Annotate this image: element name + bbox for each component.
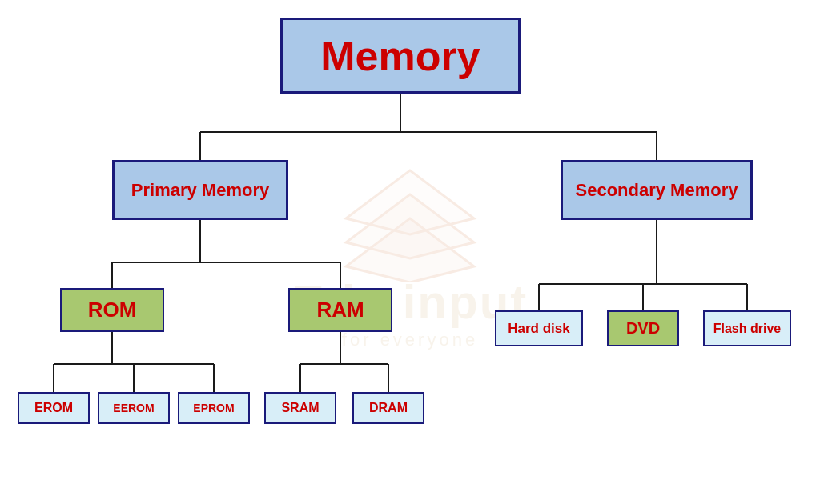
sram-node: SRAM bbox=[264, 392, 336, 424]
rom-label: ROM bbox=[88, 298, 137, 322]
sram-label: SRAM bbox=[281, 401, 319, 415]
memory-node: Memory bbox=[280, 18, 521, 94]
hard-disk-label: Hard disk bbox=[508, 321, 569, 337]
flash-drive-label: Flash drive bbox=[713, 322, 781, 336]
hard-disk-node: Hard disk bbox=[495, 310, 583, 346]
ram-node: RAM bbox=[288, 288, 392, 332]
dram-node: DRAM bbox=[352, 392, 424, 424]
dvd-label: DVD bbox=[626, 319, 660, 338]
memory-label: Memory bbox=[320, 32, 480, 80]
ram-label: RAM bbox=[316, 298, 364, 322]
dvd-node: DVD bbox=[607, 310, 679, 346]
erom-node: EROM bbox=[18, 392, 90, 424]
primary-label: Primary Memory bbox=[131, 180, 269, 201]
flash-drive-node: Flash drive bbox=[703, 310, 791, 346]
eerom-label: EEROM bbox=[113, 402, 154, 414]
primary-memory-node: Primary Memory bbox=[112, 160, 288, 220]
secondary-memory-node: Secondary Memory bbox=[561, 160, 753, 220]
secondary-label: Secondary Memory bbox=[576, 180, 738, 201]
eprom-label: EPROM bbox=[193, 402, 234, 414]
eerom-node: EEROM bbox=[98, 392, 170, 424]
erom-label: EROM bbox=[34, 401, 73, 415]
eprom-node: EPROM bbox=[178, 392, 250, 424]
tree-container: Memory Primary Memory Secondary Memory R… bbox=[0, 0, 820, 504]
rom-node: ROM bbox=[60, 288, 164, 332]
dram-label: DRAM bbox=[369, 401, 408, 415]
